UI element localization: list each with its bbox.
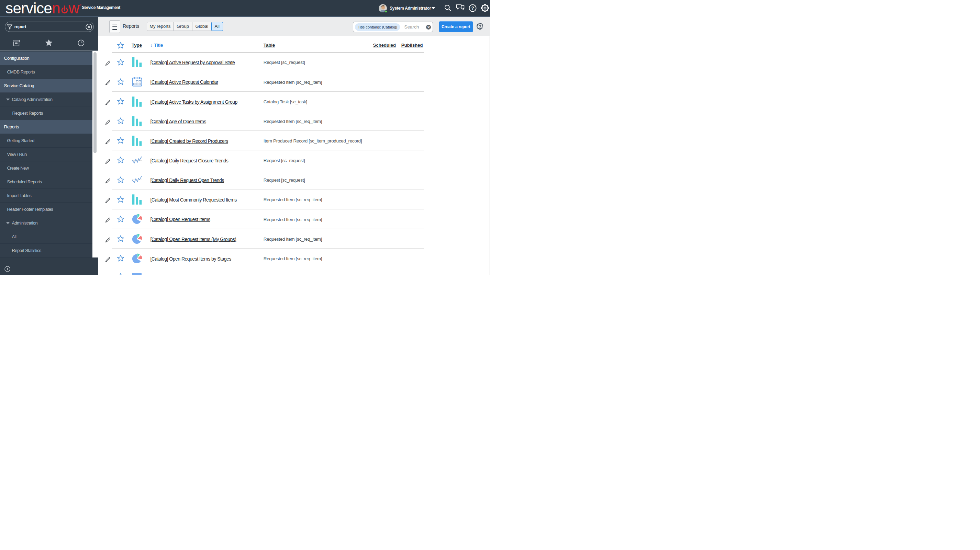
svg-text:?: ?: [471, 5, 474, 11]
